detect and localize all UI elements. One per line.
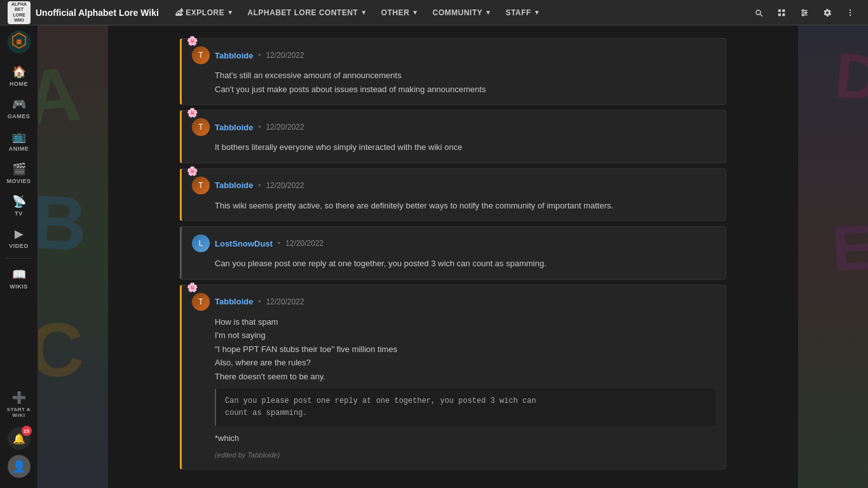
wiki-title: Unofficial Alphabet Lore Wiki — [36, 8, 159, 18]
wiki-logo: ALPHABETLOREWIKI — [8, 1, 31, 24]
fandom-logo[interactable]: F — [8, 30, 31, 53]
badge-icon: 🌸 — [187, 107, 198, 118]
notification-button[interactable]: 🔔 15 — [8, 427, 31, 450]
svg-text:F: F — [17, 39, 21, 45]
deco-char-right-1: D — [832, 43, 868, 110]
username[interactable]: LostSnowDust — [215, 239, 273, 248]
movies-icon: 🎬 — [12, 162, 26, 176]
comment-badge: 🌸 — [187, 35, 198, 46]
comment-badge: 🌸 — [187, 165, 198, 177]
svg-point-10 — [850, 9, 851, 10]
sidebar-item-video[interactable]: ▶ VIDEO — [3, 223, 36, 253]
grid-button[interactable] — [771, 3, 792, 23]
wiki-logo-area[interactable]: ALPHABETLOREWIKI Unofficial Alphabet Lor… — [8, 1, 159, 24]
user-avatar: T — [192, 46, 210, 64]
comment-item: 🌸 T Tabbloide • 12/20/2022 How is that s… — [180, 285, 726, 470]
comment-item: 🌸 T Tabbloide • 12/20/2022 This wiki see… — [180, 168, 726, 222]
nav-right-icons — [749, 3, 860, 23]
top-navigation: ALPHABETLOREWIKI Unofficial Alphabet Lor… — [0, 0, 868, 25]
deco-char-a: A — [38, 55, 84, 135]
right-decorative-background: D E — [798, 25, 868, 488]
nav-staff[interactable]: STAFF ▼ — [499, 0, 547, 25]
sidebar-item-start-wiki[interactable]: ➕ START AWIKI — [3, 387, 36, 422]
sidebar-item-games[interactable]: 🎮 GAMES — [3, 93, 36, 123]
comment-date: 12/20/2022 — [285, 239, 323, 248]
comment-line: This wiki seems pretty active, so there … — [215, 200, 715, 212]
sidebar-label-anime: ANIME — [9, 146, 29, 152]
comment-body: How is that spam I'm not saying "I hope … — [192, 316, 715, 461]
sidebar-item-movies[interactable]: 🎬 MOVIES — [3, 158, 36, 188]
deco-char-c: C — [38, 311, 85, 389]
nav-other[interactable]: OTHER ▼ — [375, 0, 425, 25]
nav-explore[interactable]: 🏕 EXPLORE ▼ — [169, 0, 240, 25]
comment-item: 🌸 T Tabbloide • 12/20/2022 That's still … — [180, 38, 726, 105]
svg-rect-1 — [782, 9, 785, 11]
comment-header: T Tabbloide • 12/20/2022 — [192, 293, 715, 311]
comment-line: Can't you just make posts about issues i… — [215, 83, 715, 96]
content-wrapper: 🌸 T Tabbloide • 12/20/2022 That's still … — [167, 25, 739, 481]
comment-separator: • — [278, 239, 280, 248]
user-avatar-button[interactable]: 👤 — [8, 455, 31, 478]
svg-rect-2 — [778, 13, 781, 16]
username[interactable]: Tabbloide — [215, 180, 253, 190]
username[interactable]: Tabbloide — [215, 297, 253, 306]
comment-line: "I hope PPT FAN stubs their toe" five mi… — [215, 343, 715, 356]
search-button[interactable] — [749, 3, 769, 23]
svg-rect-0 — [778, 9, 781, 11]
username[interactable]: Tabbloide — [215, 123, 253, 132]
chevron-down-icon: ▼ — [227, 9, 233, 16]
comment-line: It bothers literally everyone who simply… — [215, 141, 715, 154]
avatar-placeholder: L — [192, 234, 210, 252]
nav-community[interactable]: COMMUNITY ▼ — [426, 0, 498, 25]
sidebar-label-start-wiki: START AWIKI — [7, 407, 31, 418]
comment-date: 12/20/2022 — [266, 297, 304, 306]
user-avatar: L — [192, 234, 210, 252]
sidebar-item-wikis[interactable]: 📖 WIKIS — [3, 264, 36, 294]
tv-icon: 📡 — [12, 194, 26, 208]
settings-button[interactable] — [817, 3, 837, 23]
games-icon: 🎮 — [12, 97, 26, 111]
svg-point-8 — [805, 11, 806, 13]
nav-items: 🏕 EXPLORE ▼ ALPHABET LORE CONTENT ▼ OTHE… — [169, 0, 749, 25]
anime-icon: 📺 — [12, 130, 26, 144]
main-content: 🌸 T Tabbloide • 12/20/2022 That's still … — [108, 25, 798, 488]
badge-icon: 🌸 — [187, 166, 198, 176]
avatar-placeholder: T — [192, 46, 210, 64]
nav-alphabet-lore-content[interactable]: ALPHABET LORE CONTENT ▼ — [241, 0, 374, 25]
user-avatar: T — [192, 177, 210, 194]
svg-point-12 — [850, 14, 851, 15]
sidebar-label-tv: TV — [15, 210, 23, 217]
main-layout: F 🏠 HOME 🎮 GAMES 📺 ANIME 🎬 MOVIES 📡 TV — [0, 25, 868, 488]
avatar-placeholder: T — [192, 293, 210, 311]
avatar-placeholder: T — [192, 118, 210, 136]
quote-block: Can you please post one reply at one tog… — [215, 389, 715, 426]
more-button[interactable] — [840, 3, 860, 23]
comment-header: L LostSnowDust • 12/20/2022 — [192, 234, 715, 252]
notification-badge: 15 — [22, 426, 32, 436]
comment-header: T Tabbloide • 12/20/2022 — [192, 177, 715, 194]
deco-char-right-2: E — [831, 215, 868, 280]
comment-header: T Tabbloide • 12/20/2022 — [192, 46, 715, 64]
comment-line: I'm not saying — [215, 329, 715, 342]
explore-icon: 🏕 — [175, 8, 184, 17]
sidebar-label-movies: MOVIES — [6, 178, 31, 184]
left-decorative-background: A B C — [38, 25, 108, 488]
plus-icon: ➕ — [12, 391, 26, 405]
comment-body: Can you please post one reply at one tog… — [192, 257, 715, 270]
comment-date: 12/20/2022 — [266, 51, 304, 60]
user-avatar: T — [192, 118, 210, 136]
sidebar-item-home[interactable]: 🏠 HOME — [3, 61, 36, 91]
sidebar-item-anime[interactable]: 📺 ANIME — [3, 126, 36, 156]
comment-body: It bothers literally everyone who simply… — [192, 141, 715, 154]
comment-correction: *which — [215, 432, 715, 445]
wikis-icon: 📖 — [12, 268, 26, 281]
sliders-button[interactable] — [794, 3, 815, 23]
sidebar-label-video: VIDEO — [9, 243, 29, 249]
sidebar-item-tv[interactable]: 📡 TV — [3, 191, 36, 220]
comment-line: There doesn't seem to be any. — [215, 370, 715, 383]
username[interactable]: Tabbloide — [215, 51, 253, 60]
comment-date: 12/20/2022 — [266, 181, 304, 190]
comment-badge: 🌸 — [187, 281, 198, 293]
comment-separator: • — [258, 297, 261, 306]
comment-body: This wiki seems pretty active, so there … — [192, 200, 715, 212]
